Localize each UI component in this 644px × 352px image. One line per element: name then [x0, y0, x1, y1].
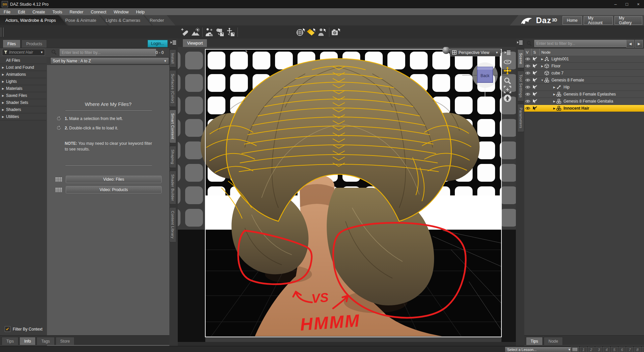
content-tab[interactable]: Files — [3, 40, 20, 48]
selectable-pointer-icon[interactable] — [532, 99, 540, 104]
selectable-pointer-icon[interactable] — [532, 106, 540, 111]
scene-node-row[interactable]: ▶ Innocent Hair — [524, 105, 644, 112]
category-row[interactable]: ▶ Shader Sets — [0, 99, 46, 106]
dock-tab[interactable]: Content Library — [169, 207, 176, 242]
left-bottom-tab[interactable]: Tags — [37, 337, 54, 345]
dock-tab[interactable]: Install — [169, 49, 176, 67]
render-camera-icon[interactable] — [331, 27, 341, 38]
expand-arrow[interactable]: ▶ — [552, 107, 556, 110]
node-label[interactable]: Floor — [551, 64, 560, 68]
lesson-number-button[interactable]: 6 — [619, 347, 626, 352]
pane-options-icon[interactable] — [517, 40, 524, 46]
selectable-pointer-icon[interactable] — [532, 64, 540, 68]
maximize-button[interactable]: □ — [621, 0, 633, 8]
visibility-eye-icon[interactable] — [524, 107, 532, 110]
lesson-number-button[interactable]: 9 — [642, 347, 644, 352]
lesson-number-button[interactable]: 4 — [603, 347, 610, 352]
right-bottom-tab[interactable]: Node — [544, 337, 563, 345]
menu-item[interactable]: Edit — [14, 9, 29, 15]
left-bottom-tab[interactable]: Info — [19, 337, 36, 345]
viewport-tab[interactable]: Viewport — [182, 39, 207, 47]
save-pose-preset-icon[interactable] — [225, 27, 236, 38]
frame-view-icon[interactable] — [502, 85, 513, 94]
selectable-pointer-icon[interactable] — [532, 92, 540, 97]
category-row[interactable]: ▶ Materials — [0, 85, 46, 92]
node-label[interactable]: Lights001 — [551, 57, 569, 61]
orbit-view-icon[interactable] — [502, 58, 513, 66]
lesson-dropdown[interactable]: Select a Lesson... ▼ — [505, 347, 573, 352]
left-bottom-tab[interactable]: Store — [56, 337, 75, 345]
zoom-view-icon[interactable] — [502, 76, 513, 85]
camera-up-icon[interactable] — [502, 94, 513, 103]
save-shaping-preset-icon[interactable] — [215, 27, 225, 38]
node-label[interactable]: Hip — [564, 85, 570, 90]
viewport-pane-options-icon[interactable] — [502, 48, 513, 57]
viewport-canvas[interactable]: 2 VS HMMM Back — [178, 47, 516, 342]
lesson-number-button[interactable]: 8 — [634, 347, 641, 352]
selectable-pointer-icon[interactable] — [532, 71, 540, 75]
filter-back-button[interactable]: ◀ — [626, 40, 634, 48]
node-label[interactable]: Genesis 8 Female Eyelashes — [564, 92, 616, 97]
node-selection-tool-icon[interactable] — [317, 27, 328, 38]
lesson-number-button[interactable]: 3 — [595, 347, 602, 352]
scene-filter-input[interactable] — [534, 40, 627, 47]
dock-tab[interactable]: Tool Settings — [518, 71, 524, 101]
menu-item[interactable]: Tools — [49, 9, 66, 15]
camera-view-dropdown[interactable]: Perspective View ▼ — [450, 49, 501, 56]
menu-item[interactable]: File — [0, 9, 14, 15]
left-bottom-tab[interactable]: Tips — [2, 337, 18, 345]
video-files-button[interactable]: Video: Files — [66, 176, 162, 183]
menu-item[interactable]: Connect — [87, 9, 110, 15]
expand-arrow[interactable]: ▶ — [540, 65, 544, 68]
lesson-video-button[interactable] — [571, 347, 579, 352]
new-environment-icon[interactable] — [190, 27, 201, 38]
surface-selection-tool-icon[interactable] — [306, 27, 317, 38]
pan-view-icon[interactable] — [502, 66, 513, 75]
filter-preset-dropdown[interactable]: Innocent Hair ▼ — [2, 49, 45, 56]
dock-tab[interactable]: Shader Builder — [169, 171, 176, 205]
content-tab[interactable]: Products — [21, 40, 47, 48]
scene-node-row[interactable]: ▶ Floor — [524, 63, 644, 70]
category-row[interactable]: ▶ Lost and Found — [0, 64, 46, 71]
category-row[interactable]: All Files — [0, 57, 46, 64]
node-label[interactable]: Genesis 8 Female Genitalia — [564, 99, 613, 104]
visibility-eye-icon[interactable] — [524, 71, 532, 75]
pane-options-icon[interactable] — [170, 40, 177, 46]
dock-tab[interactable]: Smart Content — [169, 110, 176, 143]
selectable-pointer-icon[interactable] — [532, 57, 540, 61]
filter-by-context-checkbox[interactable]: ✔ — [5, 326, 10, 332]
activity-tab[interactable]: Actors, Wardrobe & Props — [0, 15, 67, 25]
scene-node-row[interactable]: ▼ Genesis 8 Female — [524, 77, 644, 84]
brand-nav-button[interactable]: Home — [562, 16, 582, 25]
right-bottom-tab[interactable]: Tips — [526, 337, 543, 345]
gizmo-sphere[interactable] — [442, 47, 450, 54]
expand-arrow[interactable]: ▶ — [552, 93, 556, 96]
lesson-number-button[interactable]: 7 — [626, 347, 633, 352]
visibility-eye-icon[interactable] — [524, 100, 532, 103]
scene-node-row[interactable]: cube 7 — [524, 70, 644, 77]
sort-dropdown[interactable]: Sort by Name : A to Z ▼ — [50, 57, 169, 64]
node-label[interactable]: Innocent Hair — [564, 106, 589, 111]
expand-arrow[interactable]: ▶ — [552, 86, 556, 89]
minimize-button[interactable]: – — [610, 0, 621, 8]
lesson-number-button[interactable]: 2 — [588, 347, 595, 352]
visibility-eye-icon[interactable] — [524, 57, 532, 61]
close-button[interactable]: × — [633, 0, 644, 8]
dock-tab[interactable]: Scene — [518, 49, 524, 68]
new-spotlight-icon[interactable] — [179, 27, 190, 38]
dock-tab[interactable]: Parameters — [518, 104, 524, 132]
category-row[interactable]: ▶ Lights — [0, 78, 46, 85]
category-row[interactable]: ▶ Saved Files — [0, 92, 46, 99]
category-row[interactable]: ▶ Animations — [0, 71, 46, 78]
category-row[interactable]: ▶ Utilities — [0, 113, 46, 120]
menu-item[interactable]: Create — [29, 9, 49, 15]
scene-node-row[interactable]: ▶ Genesis 8 Female Genitalia — [524, 98, 644, 105]
expand-arrow[interactable]: ▼ — [540, 79, 544, 82]
visibility-eye-icon[interactable] — [524, 85, 532, 89]
expand-arrow[interactable]: ▶ — [540, 58, 544, 61]
filter-forward-button[interactable]: ▶ — [635, 40, 643, 48]
node-label[interactable]: cube 7 — [551, 71, 564, 75]
scene-node-row[interactable]: ▶ Genesis 8 Female Eyelashes — [524, 91, 644, 98]
brand-nav-button[interactable]: My Account — [584, 16, 613, 25]
node-label[interactable]: Genesis 8 Female — [551, 78, 584, 82]
